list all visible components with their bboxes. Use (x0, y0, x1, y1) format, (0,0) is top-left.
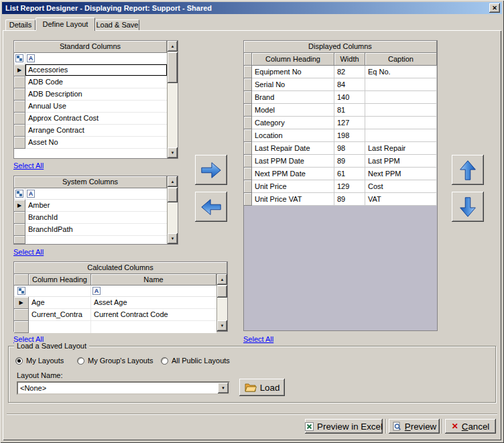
table-row[interactable]: ▶ Age Asset Age (14, 297, 216, 309)
add-column-button[interactable] (195, 155, 227, 185)
radio-all-public-layouts[interactable]: All Public Layouts (161, 356, 230, 365)
remove-column-button[interactable] (195, 192, 227, 222)
column-heading-header[interactable]: Column Heading (29, 274, 91, 286)
list-item[interactable]: BranchIdPath (14, 224, 167, 236)
tab-load-save[interactable]: Load & Save (95, 19, 139, 30)
width-cell: 127 (334, 117, 365, 129)
table-row[interactable]: Category 127 (244, 117, 437, 129)
table-row[interactable]: Model 81 (244, 104, 437, 117)
open-folder-icon (245, 383, 257, 392)
caption-cell (365, 129, 437, 142)
column-chooser-icon[interactable] (17, 287, 25, 295)
scroll-up-icon: ▲ (220, 277, 225, 281)
icon-cell (29, 286, 91, 296)
table-row[interactable]: Last Repair Date 98 Last Repair (244, 142, 437, 155)
combobox-dropdown-button[interactable]: ▼ (218, 383, 229, 393)
cancel-button[interactable]: ✕ Cancel (445, 419, 496, 434)
table-row[interactable]: Current_Contra Current Contract Code (14, 309, 216, 321)
name-header[interactable]: Name (91, 274, 216, 286)
column-chooser-icon[interactable] (15, 54, 23, 62)
sort-alpha-icon[interactable]: A (27, 190, 35, 198)
table-row[interactable]: Unit Price VAT 89 VAT (244, 193, 437, 206)
scroll-down-button[interactable]: ▼ (168, 147, 178, 158)
scrollbar[interactable]: ▲ ▼ (216, 274, 227, 331)
list-item[interactable]: BranchId (14, 212, 167, 224)
list-item-label: Arrange Contract (25, 125, 167, 137)
caption-header[interactable]: Caption (365, 53, 437, 66)
column-heading-cell: Location (252, 129, 334, 142)
scrollbar[interactable]: ▲ ▼ (167, 41, 178, 158)
list-item[interactable]: Approx Contract Cost (14, 113, 167, 125)
radio-my-groups-layouts[interactable]: My Group's Layouts (77, 356, 153, 365)
radio-my-layouts[interactable]: My Layouts (15, 356, 64, 365)
width-cell: 82 (334, 66, 365, 78)
select-all-displayed-link[interactable]: Select All (243, 335, 273, 343)
row-indicator-cell (244, 104, 252, 117)
scrollbar-thumb[interactable] (217, 286, 227, 298)
caption-cell: Next PPM (365, 168, 437, 180)
width-cell: 81 (334, 104, 365, 117)
width-cell: 140 (334, 91, 365, 104)
scroll-down-button[interactable]: ▼ (217, 320, 227, 331)
table-row[interactable]: Unit Price 129 Cost (244, 180, 437, 193)
table-row[interactable]: Location 198 (244, 129, 437, 142)
sort-alpha-icon[interactable]: A (92, 287, 101, 295)
cancel-label: Cancel (462, 422, 490, 432)
row-indicator-cell (244, 193, 252, 206)
list-item[interactable]: ▶ Amber (14, 200, 167, 212)
list-item[interactable]: ADB Description (14, 88, 167, 101)
select-all-standard-link[interactable]: Select All (13, 162, 44, 170)
row-indicator-icon: ▶ (17, 68, 21, 73)
column-heading-header[interactable]: Column Heading (252, 53, 334, 66)
preview-in-excel-button[interactable]: Preview in Excel (305, 419, 383, 434)
column-chooser-icon[interactable] (15, 190, 23, 198)
table-header-row: Column Heading Width Caption (244, 53, 437, 66)
row-indicator-cell (14, 76, 25, 88)
list-item[interactable]: ADB Code (14, 76, 167, 88)
indicator-header-cell (14, 274, 29, 286)
displayed-columns-panel: Displayed Columns Column Heading Width C… (243, 40, 438, 331)
list-item[interactable]: Annual Use (14, 101, 167, 113)
move-down-button[interactable] (452, 192, 484, 222)
column-heading-cell: Unit Price (252, 180, 334, 193)
caption-cell: Eq No. (365, 66, 437, 78)
sort-alpha-icon[interactable]: A (27, 54, 35, 62)
table-row[interactable]: Brand 140 (244, 91, 437, 104)
move-up-button[interactable] (452, 155, 484, 185)
list-item[interactable]: Arrange Contract (14, 125, 167, 137)
radio-dot-icon (161, 357, 168, 365)
scroll-down-button[interactable]: ▼ (168, 233, 178, 244)
table-row-partial[interactable] (14, 321, 216, 333)
row-indicator-cell: ▶ (14, 64, 25, 76)
list-item-partial[interactable] (14, 236, 167, 244)
scrollbar-thumb[interactable] (168, 52, 178, 83)
table-row[interactable]: Serial No 84 (244, 78, 437, 91)
table-row[interactable]: Last PPM Date 89 Last PPM (244, 155, 437, 168)
row-indicator-cell (244, 91, 252, 104)
width-header[interactable]: Width (334, 53, 365, 66)
load-button[interactable]: Load (239, 379, 285, 396)
scroll-up-button[interactable]: ▲ (168, 41, 178, 52)
caption-cell (365, 91, 437, 104)
table-row[interactable]: Next PPM Date 61 Next PPM (244, 168, 437, 180)
layout-name-combobox[interactable]: <None> ▼ (17, 381, 230, 395)
caption-cell: Cost (365, 180, 437, 193)
scroll-up-icon: ▲ (171, 180, 175, 184)
list-item-label: Accessories (25, 64, 167, 76)
scrollbar[interactable]: ▲ ▼ (167, 176, 178, 244)
radio-dot-icon (15, 357, 23, 365)
select-all-system-link[interactable]: Select All (13, 248, 44, 256)
close-button[interactable]: ✕ (489, 3, 500, 13)
row-indicator-cell (244, 66, 252, 78)
preview-button[interactable]: Preview (389, 419, 440, 434)
list-item[interactable]: Asset No (14, 137, 167, 149)
radio-label: My Group's Layouts (88, 357, 153, 365)
table-row[interactable]: Equipment No 82 Eq No. (244, 66, 437, 78)
list-item[interactable]: ▶ Accessories (14, 64, 167, 76)
scrollbar-thumb[interactable] (168, 188, 178, 202)
scroll-up-button[interactable]: ▲ (217, 274, 227, 285)
tab-define-layout[interactable]: Define Layout (36, 17, 95, 31)
width-cell: 89 (334, 193, 365, 206)
tab-details[interactable]: Details (5, 19, 36, 30)
scroll-up-button[interactable]: ▲ (168, 176, 178, 187)
